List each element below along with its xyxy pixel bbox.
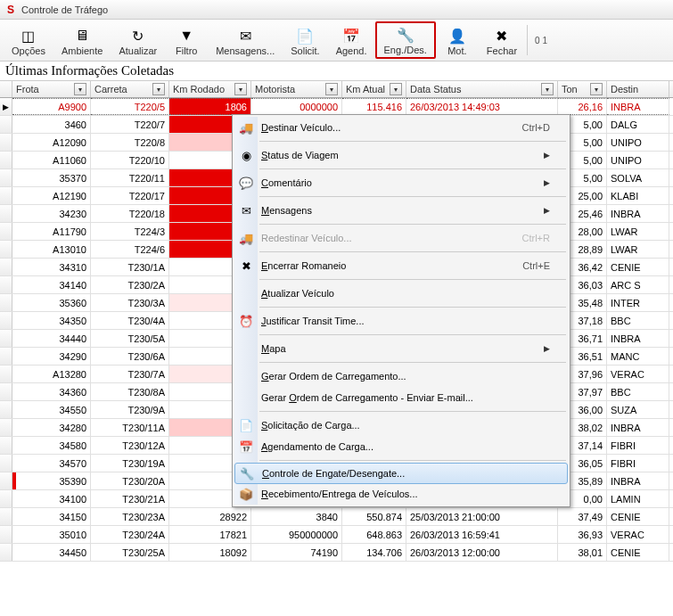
section-header: Últimas Informações Coletadas [0,62,673,80]
cell-frota: 34440 [12,330,91,347]
col-frota[interactable]: Frota▾ [12,81,91,97]
submenu-arrow-icon: ▶ [544,151,550,160]
table-row[interactable]: 34450T230/25A1809274190134.70626/03/2013… [0,544,673,562]
cell-carreta: T230/8A [91,383,169,400]
close-button[interactable]: ✖Fechar [479,21,525,59]
menu-label: Atualizar Veículo [261,288,550,299]
cell-destino: FIBRI [607,455,669,472]
toolbar-label: Filtro [176,45,197,56]
dropdown-icon[interactable]: ▾ [152,83,165,95]
dropdown-icon[interactable]: ▾ [74,83,86,95]
cell-frota: A13280 [12,365,91,382]
cell-carreta: T224/3 [91,223,169,240]
mi-atualizar[interactable]: Atualizar Veículo [234,283,568,304]
row-marker [0,241,12,258]
mi-agendamento-icon: 📅 [238,439,254,455]
table-row[interactable]: 34150T230/23A289223840550.87425/03/2013 … [0,508,673,526]
mi-solicitacao-icon: 📄 [238,417,254,433]
menu-label: Encerrar Romaneio [261,260,522,271]
row-marker [0,490,12,507]
cell-destino: SUZA [607,401,669,418]
cell-destino: KLABI [607,187,669,204]
cell-motorista: 0000000 [251,98,342,115]
menu-label: Gerar Ordem de Carregamento - Enviar E-m… [261,392,550,403]
cell-frota: 34580 [12,437,91,454]
mi-gerar-email[interactable]: Gerar Ordem de Carregamento - Enviar E-m… [234,387,568,408]
agend-button[interactable]: 📅Agend. [328,21,375,59]
cell-km-atual: 134.706 [342,544,406,561]
toolbar-label: Agend. [336,45,367,56]
mi-recebimento[interactable]: 📦Recebimento/Entrega de Veículos... [234,483,568,505]
dropdown-icon[interactable]: ▾ [390,83,402,95]
mi-justificar[interactable]: ⏰Justificar Transit Time... [234,310,568,332]
cell-destino: INBRA [607,330,669,347]
col-ton[interactable]: Ton▾ [558,81,607,97]
menu-label: Status de Viagem [261,150,544,160]
cell-carreta: T230/6A [91,348,169,365]
table-row[interactable]: 35010T230/24A17821950000000648.86326/03/… [0,526,673,544]
menu-separator [259,251,566,252]
dropdown-icon[interactable]: ▾ [590,83,603,95]
toolbar-label: Fechar [487,45,517,56]
refresh-button[interactable]: ↻Atualizar [111,21,165,59]
mi-controle-engate[interactable]: 🔧Controle de Engate/Desengate... [234,463,568,484]
row-marker [0,223,12,240]
grid-header: Frota▾ Carreta▾ Km Rodado▾ Motorista▾ Km… [0,80,673,98]
cell-ton: 26,16 [558,98,607,115]
col-km-atual[interactable]: Km Atual▾ [342,81,406,97]
mi-gerar-oc[interactable]: Gerar Ordem de Carregamento... [234,365,568,387]
cell-carreta: T230/21A [91,490,169,507]
dropdown-icon[interactable]: ▾ [325,83,338,95]
menu-separator [259,334,566,335]
mi-solicitacao[interactable]: 📄Solicitação de Carga... [234,415,568,436]
mot-button[interactable]: 👤Mot. [436,21,479,59]
mi-encerrar[interactable]: ✖Encerrar RomaneioCtrl+E [234,255,568,276]
cell-km-rodado: 17821 [169,526,251,543]
col-motorista[interactable]: Motorista▾ [251,81,342,97]
row-marker [0,348,12,365]
engdes-button[interactable]: 🔧Eng./Des. [375,21,436,59]
options-button[interactable]: ◫Opções [4,21,53,59]
cell-frota: 34230 [12,205,91,222]
dropdown-icon[interactable]: ▾ [234,83,247,95]
col-data-status[interactable]: Data Status▾ [406,81,558,97]
cell-carreta: T230/9A [91,401,169,418]
menu-separator [259,307,566,308]
mi-comentario[interactable]: 💬Comentário▶ [234,172,568,193]
cell-destino: CENIE [607,259,669,275]
toolbar-label: Atualizar [119,45,157,56]
col-destino[interactable]: Destin [607,81,669,97]
filter-button[interactable]: ▼Filtro [165,21,208,59]
messages-button[interactable]: ✉Mensagens... [208,21,283,59]
cell-carreta: T230/11A [91,419,169,436]
mi-mapa[interactable]: Mapa▶ [234,338,568,359]
mi-status[interactable]: ◉Status de Viagem▶ [234,144,568,166]
close-button-icon: ✖ [493,27,511,45]
cell-frota: A11790 [12,223,91,240]
cell-data-status: 26/03/2013 12:00:00 [406,544,558,561]
col-km-rodado[interactable]: Km Rodado▾ [169,81,251,97]
menu-separator [259,196,566,197]
row-marker [0,294,12,311]
solicit-button[interactable]: 📄Solicit. [283,21,327,59]
row-marker: ▶ [0,98,12,115]
menu-separator [259,362,566,363]
table-row[interactable]: ▶A9900T220/518060000000115.41626/03/2013… [0,98,673,116]
mi-agendamento[interactable]: 📅Agendamento de Carga... [234,436,568,457]
submenu-arrow-icon: ▶ [544,344,550,353]
cell-destino: LWAR [607,223,669,240]
cell-carreta: T230/12A [91,437,169,454]
menu-shortcut: Ctrl+E [522,260,550,271]
toolbar-label: Opções [12,45,45,56]
cell-data-status: 25/03/2013 21:00:00 [406,508,558,525]
menu-label: Agendamento de Carga... [261,441,550,452]
menu-separator [259,168,566,169]
mi-mensagens[interactable]: ✉Mensagens▶ [234,200,568,221]
environment-button[interactable]: 🖥Ambiente [53,21,111,59]
row-marker [0,312,12,329]
mi-destinar[interactable]: 🚚Destinar Veículo...Ctrl+D [234,117,568,138]
row-marker [0,472,12,489]
col-carreta[interactable]: Carreta▾ [91,81,169,97]
context-menu: 🚚Destinar Veículo...Ctrl+D◉Status de Via… [232,114,570,507]
dropdown-icon[interactable]: ▾ [541,83,554,95]
